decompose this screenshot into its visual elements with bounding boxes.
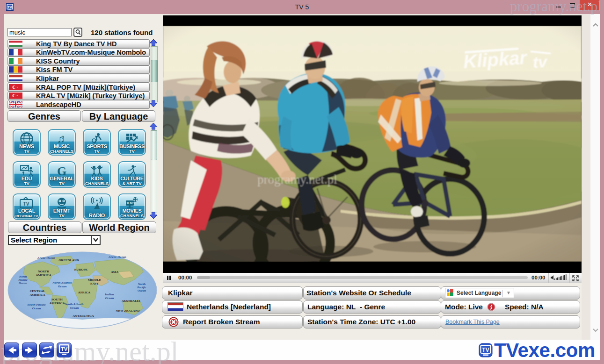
- svg-text:ANTARCTICA: ANTARCTICA: [73, 314, 94, 317]
- svg-text:South Atlantic: South Atlantic: [65, 302, 84, 306]
- svg-text:♪: ♪: [61, 133, 65, 140]
- svg-text:Indian: Indian: [104, 293, 114, 296]
- svg-text:Ocean: Ocean: [58, 285, 67, 288]
- svg-text:AMERICA: AMERICA: [49, 301, 65, 305]
- svg-text:Ocean: Ocean: [70, 306, 79, 310]
- svg-text:NEW ZEALAND: NEW ZEALAND: [116, 309, 139, 312]
- svg-text:AMERICA: AMERICA: [36, 273, 51, 277]
- svg-text:GREENLAND: GREENLAND: [58, 258, 79, 262]
- svg-text:TV: TV: [61, 346, 68, 352]
- svg-text:TV: TV: [23, 201, 29, 207]
- svg-text:TV: TV: [482, 347, 489, 353]
- svg-text:Arctic Ocean: Arctic Ocean: [37, 256, 55, 260]
- svg-text:North: North: [19, 275, 27, 278]
- svg-text:AMERICA: AMERICA: [29, 293, 45, 296]
- svg-text:FILMS: FILMS: [125, 201, 135, 205]
- svg-text:Pacific: Pacific: [137, 285, 146, 289]
- svg-text:SOUTH: SOUTH: [51, 298, 63, 301]
- svg-text:AUSTRALIA: AUSTRALIA: [122, 299, 140, 302]
- svg-text:Ocean: Ocean: [138, 289, 146, 292]
- svg-text:EAST: EAST: [90, 282, 99, 285]
- svg-text:Ocean: Ocean: [105, 296, 114, 300]
- svg-text:CENTRAL: CENTRAL: [29, 289, 45, 293]
- svg-text:TV: TV: [7, 5, 12, 9]
- svg-text:Ocean: Ocean: [19, 281, 27, 285]
- svg-text:Pacific: Pacific: [18, 278, 28, 281]
- svg-text:AFRICA: AFRICA: [78, 291, 91, 294]
- svg-text:South Pacific: South Pacific: [27, 303, 45, 307]
- svg-text:Arctic Ocean: Arctic Ocean: [108, 255, 126, 259]
- svg-text:ASIA: ASIA: [111, 270, 118, 273]
- svg-text:North Atlantic: North Atlantic: [52, 281, 72, 285]
- svg-text:NORTH: NORTH: [38, 270, 50, 273]
- svg-text:EUROPE: EUROPE: [74, 268, 88, 271]
- svg-text:North: North: [138, 282, 146, 285]
- svg-text:Ocean: Ocean: [32, 307, 41, 310]
- svg-text:MIDDLE: MIDDLE: [88, 278, 101, 281]
